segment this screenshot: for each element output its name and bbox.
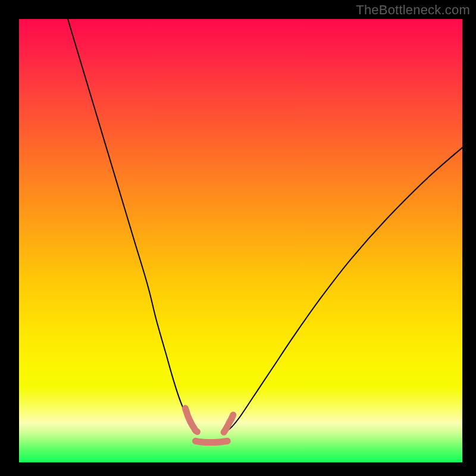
chart-frame: TheBottleneck.com — [0, 0, 476, 476]
curve-layer — [19, 19, 462, 462]
series-right-branch — [225, 148, 462, 432]
plot-area — [19, 19, 462, 462]
series-left-branch — [68, 19, 198, 432]
series-right-marker-band — [224, 415, 233, 432]
series-left-marker-band — [185, 408, 197, 431]
series-bottom-marker-band — [196, 441, 228, 442]
watermark-label: TheBottleneck.com — [356, 2, 470, 18]
